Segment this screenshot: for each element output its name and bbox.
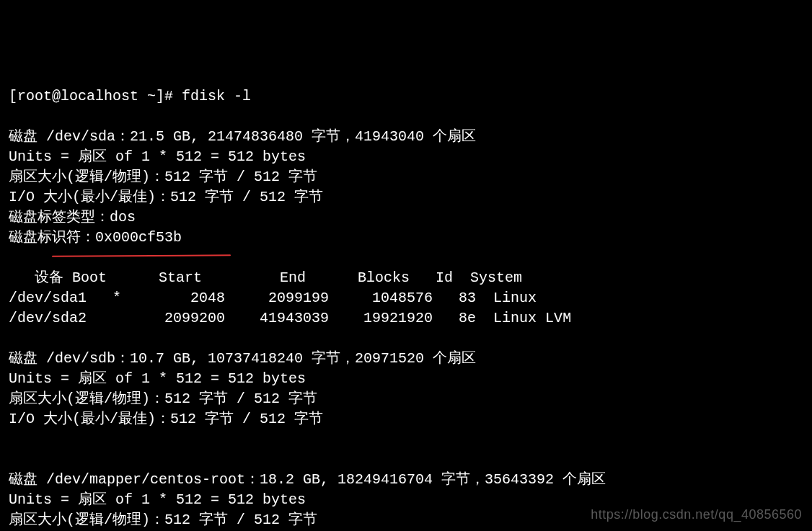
sda-identifier: 磁盘标识符：0x000cf53b — [9, 229, 182, 246]
terminal-output: [root@localhost ~]# fdisk -l 磁盘 /dev/sda… — [9, 86, 803, 531]
partition-row-sda2: /dev/sda2 2099200 41943039 19921920 8e L… — [9, 310, 571, 326]
centos-root-header: 磁盘 /dev/mapper/centos-root：18.2 GB, 1824… — [9, 471, 606, 488]
sda-header: 磁盘 /dev/sda：21.5 GB, 21474836480 字节，4194… — [9, 128, 476, 145]
sdb-header: 磁盘 /dev/sdb：10.7 GB, 10737418240 字节，2097… — [9, 350, 476, 367]
sda-sector: 扇区大小(逻辑/物理)：512 字节 / 512 字节 — [9, 169, 317, 185]
sdb-units: Units = 扇区 of 1 * 512 = 512 bytes — [9, 370, 306, 387]
sda-units: Units = 扇区 of 1 * 512 = 512 bytes — [9, 148, 306, 165]
sda-io: I/O 大小(最小/最佳)：512 字节 / 512 字节 — [9, 189, 323, 205]
partition-row-sda1: /dev/sda1 * 2048 2099199 1048576 83 Linu… — [9, 290, 537, 306]
sda-labeltype: 磁盘标签类型：dos — [9, 209, 136, 226]
centos-root-sector: 扇区大小(逻辑/物理)：512 字节 / 512 字节 — [9, 512, 317, 528]
shell-prompt: [root@localhost ~]# — [9, 88, 182, 104]
command-text: fdisk -l — [182, 88, 251, 104]
partition-table-header: 设备 Boot Start End Blocks Id System — [9, 269, 522, 286]
centos-root-units: Units = 扇区 of 1 * 512 = 512 bytes — [9, 491, 306, 508]
watermark-text: https://blog.csdn.net/qq_40856560 — [591, 506, 802, 524]
sdb-sector: 扇区大小(逻辑/物理)：512 字节 / 512 字节 — [9, 391, 317, 407]
sdb-io: I/O 大小(最小/最佳)：512 字节 / 512 字节 — [9, 411, 323, 427]
